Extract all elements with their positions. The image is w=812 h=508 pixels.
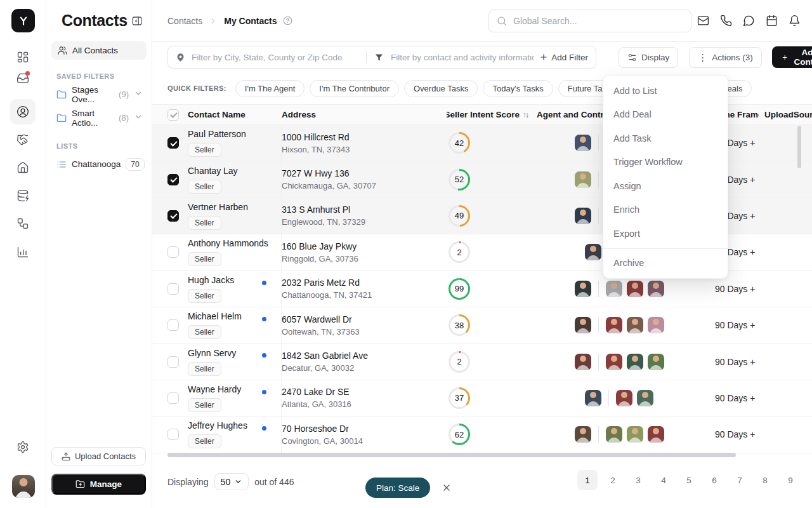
row-checkbox[interactable] (167, 137, 179, 149)
chevron-down-icon[interactable] (134, 89, 143, 100)
contact-name[interactable]: Paul Patterson (188, 129, 246, 139)
agent-avatar[interactable] (575, 208, 591, 224)
location-filter-input[interactable] (190, 52, 358, 63)
workflow-icon[interactable] (10, 211, 36, 236)
contributor-avatar[interactable] (606, 354, 622, 370)
agent-avatar[interactable] (585, 390, 601, 406)
agent-avatar[interactable] (575, 135, 591, 151)
contributor-avatar[interactable] (627, 281, 643, 297)
inbox-icon[interactable] (10, 65, 36, 91)
contributor-avatar[interactable] (606, 426, 622, 443)
contributor-avatar[interactable] (606, 281, 622, 297)
table-row[interactable]: Glynn Servy Seller 1842 San Gabriel Ave … (152, 344, 812, 380)
menu-item[interactable]: Enrich (603, 198, 728, 222)
contributor-avatar[interactable] (627, 317, 643, 333)
select-all-checkbox[interactable] (167, 109, 179, 121)
settings-gear-icon[interactable] (10, 434, 36, 460)
row-checkbox[interactable] (167, 319, 179, 331)
sidebar-item-list-chattanooga[interactable]: Chattanooga 70 (46, 152, 152, 176)
column-header-upload-source[interactable]: UploadSource (759, 110, 812, 119)
row-checkbox[interactable] (167, 356, 179, 368)
page-button-3[interactable]: 3 (628, 470, 648, 490)
chat-icon[interactable] (743, 15, 755, 27)
add-contact-button[interactable]: Add Contact (772, 46, 812, 68)
page-button-1[interactable]: 1 (577, 470, 598, 490)
quick-filter-pill[interactable]: I'm The Agent (235, 80, 305, 97)
page-button-9[interactable]: 9 (780, 470, 801, 490)
page-button-4[interactable]: 4 (653, 470, 674, 490)
contributor-avatar[interactable] (616, 390, 632, 406)
row-checkbox[interactable] (167, 210, 179, 222)
contact-name[interactable]: Vertner Harben (188, 202, 248, 212)
deals-handshake-icon[interactable] (10, 127, 36, 152)
page-button-6[interactable]: 6 (704, 470, 724, 490)
contributor-avatar[interactable] (627, 354, 643, 370)
email-icon[interactable] (697, 15, 709, 27)
agent-avatar[interactable] (575, 171, 591, 188)
agent-avatar[interactable] (575, 426, 591, 443)
row-checkbox[interactable] (167, 392, 179, 404)
page-button-5[interactable]: 5 (679, 470, 699, 490)
menu-item[interactable]: Add Task (603, 126, 728, 150)
horizontal-scrollbar[interactable] (167, 453, 736, 457)
contacts-icon[interactable] (10, 99, 36, 124)
phone-icon[interactable] (720, 15, 732, 27)
global-search[interactable] (488, 10, 691, 32)
contributor-avatar[interactable] (648, 281, 664, 297)
contact-name[interactable]: Michael Helm (188, 311, 242, 321)
user-avatar[interactable] (12, 475, 35, 498)
contributor-avatar[interactable] (648, 426, 664, 443)
data-database-icon[interactable] (10, 183, 36, 208)
table-row[interactable]: Jeffrey Hughes Seller 70 Horseshoe Dr Co… (152, 417, 812, 453)
row-checkbox[interactable] (167, 174, 179, 185)
page-size-select[interactable]: 50 (214, 473, 249, 490)
analytics-chart-icon[interactable] (10, 239, 36, 265)
upload-contacts-button[interactable]: Upload Contacts (51, 447, 146, 465)
menu-item[interactable]: Add to List (603, 79, 728, 103)
menu-item[interactable]: Assign (603, 174, 728, 198)
contributor-avatar[interactable] (606, 317, 622, 333)
contributor-avatar[interactable] (648, 354, 664, 370)
contact-name[interactable]: Anthony Hammonds (188, 238, 268, 248)
collapse-sidebar-icon[interactable] (131, 15, 143, 27)
page-button-8[interactable]: 8 (755, 470, 775, 490)
add-filter-button[interactable]: Add Filter (539, 53, 588, 62)
contributor-avatar[interactable] (627, 426, 643, 443)
sort-icon[interactable]: ↑↓ (523, 110, 528, 119)
quick-filter-pill[interactable]: Today's Tasks (483, 80, 553, 97)
row-checkbox[interactable] (167, 246, 179, 258)
contact-filter-input[interactable] (390, 52, 535, 63)
table-row[interactable]: Wayne Hardy Seller 2470 Lake Dr SE Atlan… (152, 380, 812, 417)
display-button[interactable]: Display (619, 47, 678, 68)
contact-name[interactable]: Hugh Jacks (188, 275, 234, 285)
menu-item[interactable]: Export (603, 222, 728, 246)
contact-name[interactable]: Chantay Lay (188, 166, 238, 176)
column-header-contact-name[interactable]: Contact Name (188, 110, 282, 119)
agent-avatar[interactable] (575, 281, 591, 297)
contributor-avatar[interactable] (648, 317, 664, 333)
agent-avatar[interactable] (575, 354, 591, 370)
column-header-address[interactable]: Address (282, 110, 447, 119)
vertical-scrollbar[interactable] (797, 126, 801, 168)
contact-name[interactable]: Jeffrey Hughes (188, 420, 247, 431)
actions-button[interactable]: ⋮ Actions (3) (689, 47, 762, 68)
sidebar-item-smart-actions[interactable]: Smart Actio... (8) (46, 106, 152, 130)
contact-name[interactable]: Wayne Hardy (188, 384, 241, 394)
sidebar-item-all-contacts[interactable]: All Contacts (51, 41, 147, 60)
manage-button[interactable]: Manage (51, 474, 146, 495)
quick-filter-pill[interactable]: I'm The Contributor (310, 80, 399, 97)
column-header-seller-intent-score[interactable]: Seller Intent Score ↑↓ (447, 110, 529, 119)
menu-item-archive[interactable]: Archive (603, 251, 728, 276)
table-row[interactable]: Michael Helm Seller 6057 Wardwell Dr Ool… (152, 307, 812, 344)
app-logo[interactable] (11, 9, 35, 32)
sidebar-item-stages-overview[interactable]: Stages Ove... (9) (46, 83, 152, 106)
calendar-icon[interactable] (766, 15, 778, 27)
help-icon[interactable] (283, 16, 292, 25)
row-checkbox[interactable] (167, 283, 179, 295)
contact-name[interactable]: Glynn Servy (188, 348, 236, 358)
page-button-2[interactable]: 2 (603, 470, 623, 490)
contributor-avatar[interactable] (637, 390, 653, 406)
menu-item[interactable]: Add Deal (603, 103, 728, 127)
properties-home-icon[interactable] (10, 155, 36, 180)
chevron-down-icon[interactable] (134, 112, 143, 123)
